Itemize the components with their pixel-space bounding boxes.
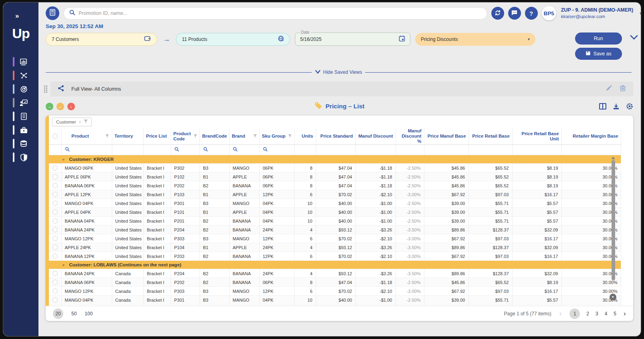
column-search-icon[interactable] [203, 146, 208, 153]
row-select-radio[interactable] [52, 165, 58, 171]
sidebar-item-database[interactable] [3, 138, 38, 149]
scroll-up-icon[interactable] [611, 156, 615, 159]
row-select-radio[interactable] [52, 280, 58, 285]
sidebar-item-targets[interactable] [3, 84, 38, 94]
row-select-radio[interactable] [52, 209, 58, 215]
table-row[interactable]: BANANA 24PKUnited StatesBracket IP204B2B… [49, 225, 621, 234]
page-number-3[interactable]: 3 [596, 311, 598, 317]
column-filter-cell[interactable] [468, 144, 512, 155]
sort-asc-icon[interactable]: ↑ [79, 120, 81, 124]
column-filter-cell[interactable] [512, 144, 561, 155]
page-size-100[interactable]: 100 [85, 311, 93, 317]
table-row[interactable]: MANGO 06PKUnited StatesBracket IP302B3MA… [49, 164, 621, 173]
page-number-5[interactable]: 5 [614, 311, 616, 317]
column-filter-cell[interactable] [112, 144, 143, 155]
filter-funnel-icon[interactable] [105, 134, 109, 139]
page-size-50[interactable]: 50 [71, 311, 77, 317]
column-header[interactable]: Manuf Discount % [396, 128, 424, 144]
column-header[interactable]: Retailer Margin Base [561, 128, 621, 144]
table-row[interactable]: APPLE 12PKUnited StatesBracket IP103B1AP… [49, 190, 621, 199]
move-left-button[interactable]: ← [57, 103, 64, 110]
page-number-2[interactable]: 2 [586, 311, 589, 317]
row-select-radio[interactable] [52, 297, 58, 302]
column-header[interactable]: Price Retail Base Unit [512, 128, 561, 144]
table-row[interactable]: MANGO 04PKUnited StatesBracket IP301B3MA… [49, 199, 621, 208]
filter-funnel-icon[interactable] [84, 120, 88, 124]
save-as-button[interactable]: Save as [575, 48, 622, 60]
page-number-1[interactable]: 1 [569, 309, 580, 319]
table-row[interactable]: BANANA 06PKUnited StatesBracket IP202B2B… [49, 181, 621, 190]
table-row[interactable]: BANANA 04PKUnited StatesBracket IP201B2B… [49, 217, 621, 225]
collapse-group-icon[interactable]: ▾ [63, 158, 65, 162]
sidebar-item-training[interactable] [3, 97, 38, 108]
column-header[interactable]: BrandCode [200, 128, 229, 144]
column-filter-cell[interactable] [424, 144, 468, 155]
sidebar-item-briefcase[interactable] [3, 125, 38, 135]
chat-button[interactable] [508, 7, 521, 20]
edit-view-button[interactable] [606, 85, 612, 93]
group-row[interactable]: ▾Customer: KROGER [49, 155, 621, 164]
help-button[interactable]: ? [525, 7, 538, 20]
column-header[interactable]: Brand [229, 128, 259, 144]
scroll-down-button[interactable]: ▼ [610, 294, 616, 300]
row-select-radio[interactable] [52, 254, 58, 259]
column-header[interactable]: Product [61, 128, 112, 144]
column-header[interactable]: Price Standard [316, 128, 355, 144]
table-row[interactable]: BANANA 12PKUnited StatesBracket IP203B2B… [49, 252, 621, 261]
sidebar-item-network[interactable] [3, 70, 38, 81]
move-down-button[interactable]: ↓ [67, 103, 75, 110]
prev-page-button[interactable]: ‹ [559, 310, 562, 318]
page-size-20[interactable]: 20 [53, 309, 63, 319]
sidebar-expand-icon[interactable]: » [15, 12, 19, 20]
delete-view-button[interactable] [620, 85, 626, 93]
column-header[interactable]: Price Retail Base [468, 128, 512, 144]
sidebar-item-security[interactable] [3, 152, 38, 162]
select-all-radio[interactable] [52, 134, 58, 139]
column-search-icon[interactable] [263, 146, 268, 153]
filter-funnel-icon[interactable] [288, 134, 292, 139]
column-header[interactable]: Price Manuf Base [424, 128, 468, 144]
search-input[interactable] [79, 10, 481, 16]
row-select-radio[interactable] [52, 271, 58, 276]
column-search-icon[interactable] [233, 146, 238, 153]
user-caret-icon[interactable]: ▾ [640, 11, 641, 16]
download-button[interactable] [613, 103, 620, 110]
table-row[interactable]: MANGO 04PKCanadaBracket IP301B3MANGO04PK… [49, 296, 621, 304]
filter-funnel-icon[interactable] [194, 134, 197, 139]
customers-filter[interactable]: 7 Customers [46, 33, 157, 46]
table-row[interactable]: MANGO 12PKUnited StatesBracket IP303B3MA… [49, 234, 621, 243]
row-select-radio[interactable] [52, 183, 58, 188]
table-row[interactable]: BANANA 24PKCanadaBracket IP204B2BANANA24… [49, 269, 621, 278]
row-select-radio[interactable] [52, 174, 58, 179]
hide-saved-views-toggle[interactable]: Hide Saved Views [315, 69, 362, 75]
table-row[interactable]: MANGO 12PKCanadaBracket IP303B3MANGO12PK… [49, 287, 621, 296]
column-chooser-button[interactable] [599, 103, 606, 110]
run-button[interactable]: Run [575, 32, 622, 45]
environment-badge[interactable]: BP5 [542, 6, 556, 20]
column-header[interactable]: Product Code [171, 128, 200, 144]
column-header[interactable]: Sku Group [259, 128, 294, 144]
user-menu[interactable]: ZUP - 9. ADMIN (DEMO-AMER) kkaiser@upcle… [561, 7, 634, 19]
column-filter-cell[interactable] [61, 144, 112, 155]
move-right-button[interactable]: → [46, 103, 53, 110]
column-filter-cell[interactable] [561, 144, 621, 155]
sidebar-item-analytics[interactable] [3, 57, 38, 67]
column-header[interactable]: Manuf Discount [355, 128, 396, 144]
column-search-icon[interactable] [174, 146, 179, 153]
vertical-scrollbar[interactable]: ▼ [611, 155, 616, 306]
column-filter-cell[interactable] [200, 144, 229, 155]
page-number-4[interactable]: 4 [605, 311, 608, 317]
column-filter-cell[interactable] [396, 144, 424, 155]
row-select-radio[interactable] [52, 288, 58, 294]
next-page-button[interactable]: › [624, 310, 626, 318]
date-field[interactable]: Date 5/16/2025 [295, 32, 410, 46]
row-select-radio[interactable] [52, 236, 58, 241]
group-by-chip[interactable]: Customer ↑ [52, 118, 92, 126]
column-filter-cell[interactable] [143, 144, 171, 155]
collapse-group-icon[interactable]: ▾ [63, 263, 65, 267]
row-select-radio[interactable] [52, 192, 58, 197]
row-select-radio[interactable] [52, 227, 58, 232]
collapse-filters-chevron[interactable] [629, 34, 639, 42]
column-search-icon[interactable] [65, 146, 70, 153]
column-filter-cell[interactable] [229, 144, 259, 155]
